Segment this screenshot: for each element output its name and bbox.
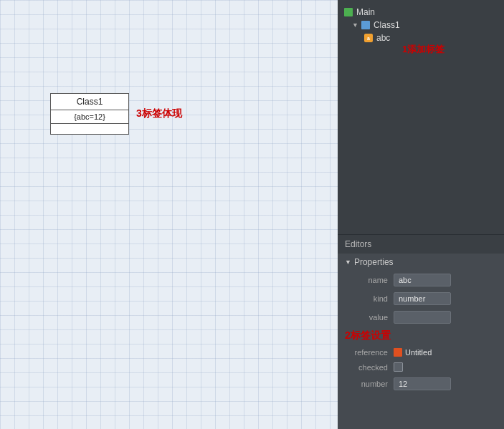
class-box-title: Class1 bbox=[51, 94, 128, 110]
prop-row-number: number 12 bbox=[338, 375, 504, 393]
prop-value-value[interactable] bbox=[394, 311, 451, 324]
canvas-annotation-3: 3标签体现 bbox=[136, 107, 182, 120]
prop-value-name[interactable]: abc bbox=[394, 274, 451, 286]
chevron-icon: ▼ bbox=[352, 21, 358, 29]
prop-value-number[interactable]: 12 bbox=[394, 377, 451, 390]
prop-value-reference[interactable]: Untitled bbox=[394, 348, 432, 357]
tag-icon: a bbox=[363, 33, 374, 43]
tree-main-label: Main bbox=[356, 7, 375, 17]
properties-chevron: ▼ bbox=[345, 259, 351, 266]
prop-label-checked: checked bbox=[345, 363, 388, 372]
prop-row-reference: reference Untitled bbox=[338, 345, 504, 360]
prop-row-kind: kind number bbox=[338, 289, 504, 308]
properties-header[interactable]: ▼ Properties bbox=[338, 254, 504, 271]
tree-item-main[interactable]: Main bbox=[341, 6, 501, 19]
prop-label-name: name bbox=[345, 276, 388, 284]
class-box[interactable]: Class1 {abc=12} bbox=[50, 93, 129, 135]
ref-icon bbox=[394, 348, 402, 357]
prop-checkbox-checked[interactable] bbox=[394, 362, 403, 372]
editors-header: Editors bbox=[338, 235, 504, 254]
prop-label-value: value bbox=[345, 313, 388, 322]
tree-class1-label: Class1 bbox=[374, 20, 400, 30]
class-box-methods bbox=[51, 124, 128, 134]
tree-area: Main ▼ Class1 a abc 1添加标签 bbox=[338, 0, 504, 234]
editors-annotation-2: 2标签设置 bbox=[338, 327, 504, 345]
prop-row-name: name abc bbox=[338, 271, 504, 289]
prop-row-value: value bbox=[338, 308, 504, 327]
properties-label: Properties bbox=[354, 257, 394, 267]
prop-label-reference: reference bbox=[345, 348, 388, 357]
ref-text: Untitled bbox=[405, 348, 432, 357]
canvas[interactable]: Class1 {abc=12} 3标签体现 bbox=[0, 0, 338, 429]
class1-icon bbox=[361, 20, 371, 30]
right-panel: Main ▼ Class1 a abc 1添加标签 Editors ▼ Prop… bbox=[338, 0, 504, 429]
main-icon bbox=[343, 7, 353, 17]
class-box-attrs: {abc=12} bbox=[51, 110, 128, 124]
tree-item-class1[interactable]: ▼ Class1 bbox=[341, 19, 501, 32]
tree-annotation-1: 1添加标签 bbox=[402, 43, 444, 56]
prop-label-kind: kind bbox=[345, 294, 388, 303]
prop-label-number: number bbox=[345, 380, 388, 388]
tree-tag-label: abc bbox=[376, 33, 390, 43]
prop-value-kind[interactable]: number bbox=[394, 292, 451, 305]
editors-section: Editors ▼ Properties name abc kind numbe… bbox=[338, 234, 504, 429]
prop-row-checked: checked bbox=[338, 360, 504, 375]
